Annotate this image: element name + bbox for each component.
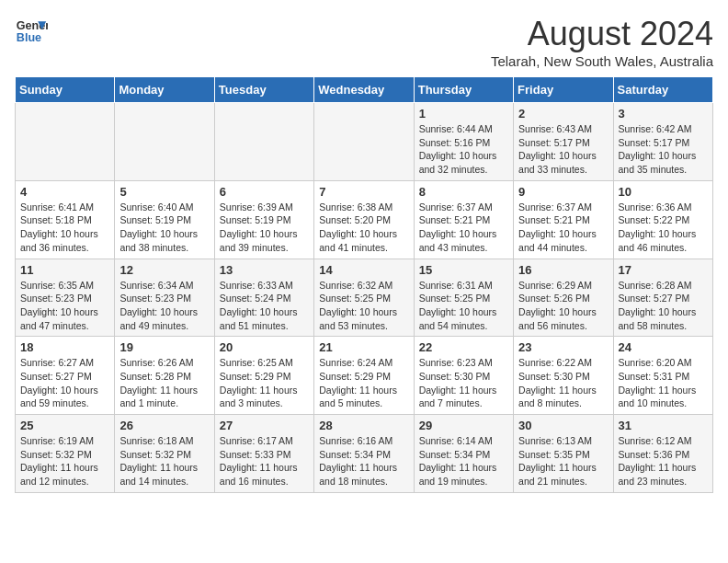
day-info: Sunrise: 6:42 AMSunset: 5:17 PMDaylight:…: [619, 122, 708, 177]
calendar-cell: [115, 103, 214, 181]
calendar-cell: 8Sunrise: 6:37 AMSunset: 5:21 PMDaylight…: [414, 180, 513, 259]
day-info: Sunrise: 6:35 AMSunset: 5:23 PMDaylight:…: [20, 279, 109, 333]
day-info: Sunrise: 6:41 AMSunset: 5:18 PMDaylight:…: [20, 201, 109, 255]
calendar-cell: 11Sunrise: 6:35 AMSunset: 5:23 PMDayligh…: [16, 259, 115, 337]
calendar-table: SundayMondayTuesdayWednesdayThursdayFrid…: [15, 76, 713, 493]
day-number: 5: [119, 185, 209, 199]
calendar-week-4: 18Sunrise: 6:27 AMSunset: 5:27 PMDayligh…: [16, 337, 713, 415]
day-info: Sunrise: 6:34 AMSunset: 5:23 PMDaylight:…: [119, 279, 209, 333]
subtitle: Telarah, New South Wales, Australia: [491, 53, 713, 69]
day-number: 26: [119, 419, 209, 432]
day-info: Sunrise: 6:27 AMSunset: 5:27 PMDaylight:…: [20, 356, 109, 410]
calendar-week-2: 4Sunrise: 6:41 AMSunset: 5:18 PMDaylight…: [16, 180, 713, 259]
calendar-cell: 1Sunrise: 6:44 AMSunset: 5:16 PMDaylight…: [414, 103, 513, 181]
day-number: 24: [619, 340, 708, 354]
logo-icon: General Blue: [15, 15, 48, 48]
day-number: 14: [319, 263, 408, 277]
calendar-cell: 12Sunrise: 6:34 AMSunset: 5:23 PMDayligh…: [115, 259, 214, 337]
calendar-cell: 2Sunrise: 6:43 AMSunset: 5:17 PMDaylight…: [514, 103, 613, 181]
day-info: Sunrise: 6:16 AMSunset: 5:34 PMDaylight:…: [319, 434, 408, 488]
day-number: 20: [220, 340, 309, 354]
day-info: Sunrise: 6:43 AMSunset: 5:17 PMDaylight:…: [518, 122, 608, 177]
page-header: General Blue August 2024 Telarah, New So…: [15, 15, 713, 69]
day-number: 15: [419, 263, 508, 277]
day-number: 6: [220, 185, 309, 199]
calendar-cell: 23Sunrise: 6:22 AMSunset: 5:30 PMDayligh…: [514, 337, 613, 415]
calendar-cell: 16Sunrise: 6:29 AMSunset: 5:26 PMDayligh…: [514, 259, 613, 337]
calendar-cell: 22Sunrise: 6:23 AMSunset: 5:30 PMDayligh…: [414, 337, 513, 415]
calendar-cell: [214, 103, 313, 181]
day-info: Sunrise: 6:14 AMSunset: 5:34 PMDaylight:…: [419, 434, 508, 488]
day-number: 22: [419, 340, 508, 354]
calendar-cell: 10Sunrise: 6:36 AMSunset: 5:22 PMDayligh…: [613, 180, 712, 259]
day-number: 8: [419, 185, 508, 199]
calendar-cell: 9Sunrise: 6:37 AMSunset: 5:21 PMDaylight…: [514, 180, 613, 259]
day-info: Sunrise: 6:39 AMSunset: 5:19 PMDaylight:…: [220, 201, 309, 255]
day-number: 10: [619, 185, 708, 199]
calendar-cell: 31Sunrise: 6:12 AMSunset: 5:36 PMDayligh…: [613, 415, 712, 493]
logo: General Blue: [15, 15, 48, 48]
calendar-cell: 5Sunrise: 6:40 AMSunset: 5:19 PMDaylight…: [115, 180, 214, 259]
day-info: Sunrise: 6:40 AMSunset: 5:19 PMDaylight:…: [119, 201, 209, 255]
day-info: Sunrise: 6:37 AMSunset: 5:21 PMDaylight:…: [419, 201, 508, 255]
calendar-cell: [314, 103, 414, 181]
day-info: Sunrise: 6:20 AMSunset: 5:31 PMDaylight:…: [619, 356, 708, 410]
calendar-cell: 17Sunrise: 6:28 AMSunset: 5:27 PMDayligh…: [613, 259, 712, 337]
day-info: Sunrise: 6:25 AMSunset: 5:29 PMDaylight:…: [220, 356, 309, 410]
day-info: Sunrise: 6:33 AMSunset: 5:24 PMDaylight:…: [220, 279, 309, 333]
day-number: 21: [319, 340, 408, 354]
calendar-cell: 7Sunrise: 6:38 AMSunset: 5:20 PMDaylight…: [314, 180, 414, 259]
day-info: Sunrise: 6:22 AMSunset: 5:30 PMDaylight:…: [518, 356, 608, 410]
day-number: 11: [20, 263, 109, 277]
day-info: Sunrise: 6:26 AMSunset: 5:28 PMDaylight:…: [119, 356, 209, 410]
calendar-cell: 14Sunrise: 6:32 AMSunset: 5:25 PMDayligh…: [314, 259, 414, 337]
calendar-cell: 26Sunrise: 6:18 AMSunset: 5:32 PMDayligh…: [115, 415, 214, 493]
day-number: 2: [518, 107, 608, 121]
day-info: Sunrise: 6:18 AMSunset: 5:32 PMDaylight:…: [119, 434, 209, 488]
calendar-cell: [16, 103, 115, 181]
calendar-cell: 21Sunrise: 6:24 AMSunset: 5:29 PMDayligh…: [314, 337, 414, 415]
day-number: 19: [119, 340, 209, 354]
weekday-header-saturday: Saturday: [613, 77, 712, 103]
day-number: 16: [518, 263, 608, 277]
calendar-cell: 25Sunrise: 6:19 AMSunset: 5:32 PMDayligh…: [16, 415, 115, 493]
day-info: Sunrise: 6:13 AMSunset: 5:35 PMDaylight:…: [518, 434, 608, 488]
calendar-week-3: 11Sunrise: 6:35 AMSunset: 5:23 PMDayligh…: [16, 259, 713, 337]
day-number: 30: [518, 419, 608, 432]
day-number: 1: [419, 107, 508, 121]
day-number: 29: [419, 419, 508, 432]
calendar-cell: 18Sunrise: 6:27 AMSunset: 5:27 PMDayligh…: [16, 337, 115, 415]
calendar-cell: 3Sunrise: 6:42 AMSunset: 5:17 PMDaylight…: [613, 103, 712, 181]
day-info: Sunrise: 6:38 AMSunset: 5:20 PMDaylight:…: [319, 201, 408, 255]
weekday-header-row: SundayMondayTuesdayWednesdayThursdayFrid…: [16, 77, 713, 103]
day-number: 4: [20, 185, 109, 199]
day-info: Sunrise: 6:17 AMSunset: 5:33 PMDaylight:…: [220, 434, 309, 488]
day-number: 25: [20, 419, 109, 432]
calendar-cell: 29Sunrise: 6:14 AMSunset: 5:34 PMDayligh…: [414, 415, 513, 493]
day-info: Sunrise: 6:12 AMSunset: 5:36 PMDaylight:…: [619, 434, 708, 488]
day-info: Sunrise: 6:19 AMSunset: 5:32 PMDaylight:…: [20, 434, 109, 488]
day-info: Sunrise: 6:44 AMSunset: 5:16 PMDaylight:…: [419, 122, 508, 177]
day-number: 23: [518, 340, 608, 354]
weekday-header-friday: Friday: [514, 77, 613, 103]
day-info: Sunrise: 6:28 AMSunset: 5:27 PMDaylight:…: [619, 279, 708, 333]
day-number: 13: [220, 263, 309, 277]
day-info: Sunrise: 6:32 AMSunset: 5:25 PMDaylight:…: [319, 279, 408, 333]
calendar-cell: 30Sunrise: 6:13 AMSunset: 5:35 PMDayligh…: [514, 415, 613, 493]
calendar-cell: 27Sunrise: 6:17 AMSunset: 5:33 PMDayligh…: [214, 415, 313, 493]
calendar-cell: 28Sunrise: 6:16 AMSunset: 5:34 PMDayligh…: [314, 415, 414, 493]
day-number: 3: [619, 107, 708, 121]
calendar-cell: 15Sunrise: 6:31 AMSunset: 5:25 PMDayligh…: [414, 259, 513, 337]
day-info: Sunrise: 6:37 AMSunset: 5:21 PMDaylight:…: [518, 201, 608, 255]
weekday-header-tuesday: Tuesday: [214, 77, 313, 103]
day-number: 31: [619, 419, 708, 432]
calendar-cell: 6Sunrise: 6:39 AMSunset: 5:19 PMDaylight…: [214, 180, 313, 259]
day-info: Sunrise: 6:24 AMSunset: 5:29 PMDaylight:…: [319, 356, 408, 410]
weekday-header-sunday: Sunday: [16, 77, 115, 103]
calendar-cell: 20Sunrise: 6:25 AMSunset: 5:29 PMDayligh…: [214, 337, 313, 415]
day-number: 12: [119, 263, 209, 277]
title-block: August 2024 Telarah, New South Wales, Au…: [491, 15, 713, 69]
main-title: August 2024: [491, 15, 713, 53]
day-number: 7: [319, 185, 408, 199]
day-info: Sunrise: 6:23 AMSunset: 5:30 PMDaylight:…: [419, 356, 508, 410]
